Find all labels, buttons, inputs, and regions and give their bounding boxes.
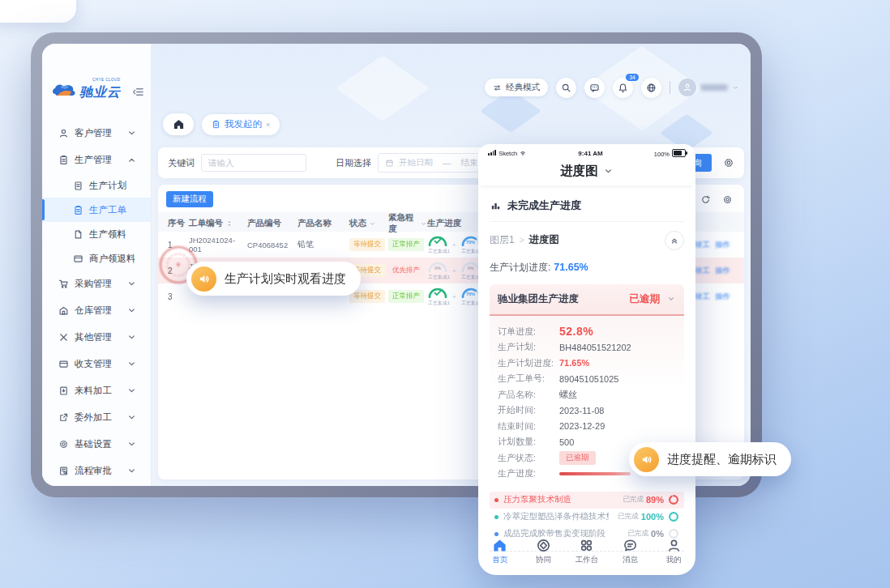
battery-icon bbox=[672, 149, 686, 157]
doc-icon bbox=[212, 120, 220, 129]
sidebar-item-merchant-return[interactable]: 商户领退料 bbox=[42, 246, 151, 271]
sidebar-item-purchase[interactable]: 采购管理 bbox=[42, 271, 151, 297]
search-icon bbox=[561, 83, 571, 93]
table-settings-icon[interactable] bbox=[722, 194, 733, 205]
phone-time: 9:41 AM bbox=[578, 150, 602, 157]
notification-button[interactable]: 34 bbox=[613, 78, 633, 98]
priority-badge: 正常排产 bbox=[388, 238, 424, 251]
refresh-icon[interactable] bbox=[700, 194, 711, 205]
sidebar-item-other[interactable]: 其他管理 bbox=[42, 324, 151, 351]
chevron-up-icon bbox=[126, 155, 137, 165]
phone-status-bar: Sketch 9:41 AM 100% bbox=[478, 144, 695, 158]
logo: CHYE CLOUD 驰业云 bbox=[42, 71, 151, 118]
logo-subtitle: CHYE CLOUD bbox=[92, 78, 121, 82]
signal-icon bbox=[488, 150, 496, 156]
phone-overlay: Sketch 9:41 AM 100% 进度图 未完成生产进度 图层1 > 进度… bbox=[478, 144, 695, 575]
background-card bbox=[0, 0, 76, 23]
globe-icon bbox=[646, 83, 657, 93]
chevron-down-icon[interactable] bbox=[420, 220, 427, 228]
process-item[interactable]: 压力泵聚技术制造 已完成 89% bbox=[490, 492, 684, 509]
priority-badge: 正常排产 bbox=[388, 290, 424, 303]
keyword-input[interactable] bbox=[201, 154, 306, 172]
deco-cube bbox=[336, 55, 430, 121]
sidebar-item-incoming[interactable]: 来料加工 bbox=[42, 377, 151, 404]
nav-home[interactable]: 首页 bbox=[478, 538, 522, 565]
bar-chart-icon bbox=[490, 199, 502, 211]
chevron-down-icon[interactable] bbox=[603, 166, 614, 177]
callout-realtime-progress: 生产计划实时观看进度 bbox=[186, 262, 361, 296]
sidebar-item-work-order[interactable]: 生产工单 bbox=[42, 198, 151, 222]
sidebar-collapse-icon[interactable] bbox=[132, 86, 144, 98]
circular-progress-89 bbox=[668, 494, 679, 505]
speaker-icon bbox=[191, 266, 216, 292]
phone-nav-bar: 首页 协同 工作台 消息 我的 bbox=[478, 534, 695, 575]
chevron-down-icon bbox=[666, 294, 676, 304]
avatar bbox=[678, 79, 696, 96]
sidebar-item-production[interactable]: 生产管理 bbox=[42, 147, 151, 173]
bell-icon bbox=[618, 83, 628, 93]
status-badge: 等待提交 bbox=[349, 290, 385, 303]
plan-progress-line: 生产计划进度:71.65% bbox=[490, 259, 684, 284]
swap-icon bbox=[493, 83, 502, 92]
topbar: 经典模式 34 bbox=[485, 76, 739, 99]
phone-page-title: 进度图 bbox=[478, 158, 695, 185]
sidebar-item-warehouse[interactable]: 仓库管理 bbox=[42, 297, 151, 324]
group-progress-header[interactable]: 驰业集团生产进度 已逾期 bbox=[490, 284, 684, 316]
process-item[interactable]: 冷萃定型塑品泽条件稳技术集验 已完成 100% bbox=[490, 509, 684, 526]
progress-gauge-zero: 0% 工艺集成1 bbox=[427, 260, 448, 281]
speaker-icon bbox=[634, 447, 659, 472]
chevron-down-icon bbox=[732, 84, 739, 92]
sidebar: CHYE CLOUD 驰业云 客户管理 生产管理 生产计划 生产工单 生产领料 … bbox=[42, 44, 152, 486]
tab-bar: 我发起的 × bbox=[163, 113, 280, 135]
nav-mine[interactable]: 我的 bbox=[652, 538, 695, 565]
language-button[interactable] bbox=[641, 78, 661, 98]
user-menu[interactable] bbox=[678, 79, 739, 96]
notification-badge: 34 bbox=[626, 74, 639, 81]
progress-gauge-done: 工艺集成1 bbox=[427, 286, 448, 307]
cloud-logo-icon bbox=[50, 81, 78, 100]
progress-gauge-done: 工艺集成1 bbox=[427, 234, 448, 255]
sort-icon[interactable] bbox=[225, 219, 233, 228]
collapse-button[interactable] bbox=[665, 231, 684, 250]
callout-overdue-alert: 进度提醒、逾期标识 bbox=[629, 442, 791, 476]
filter-settings-icon[interactable] bbox=[723, 157, 734, 168]
keyword-label: 关键词 bbox=[168, 157, 195, 169]
circular-progress-100 bbox=[668, 511, 679, 522]
sidebar-menu: 客户管理 生产管理 生产计划 生产工单 生产领料 商户领退料 采购管理 仓库管理… bbox=[42, 120, 151, 484]
search-button[interactable] bbox=[556, 78, 576, 98]
logo-title: 驰业云 bbox=[79, 84, 121, 101]
sidebar-item-production-plan[interactable]: 生产计划 bbox=[42, 173, 151, 198]
nav-collab[interactable]: 协同 bbox=[522, 538, 566, 565]
sidebar-item-outsourcing[interactable]: 委外加工 bbox=[42, 404, 151, 431]
date-label: 日期选择 bbox=[336, 157, 371, 169]
sidebar-item-customer[interactable]: 客户管理 bbox=[42, 120, 151, 147]
production-progress-bar bbox=[559, 472, 631, 475]
calendar-icon bbox=[385, 159, 394, 168]
nav-messages[interactable]: 消息 bbox=[609, 538, 653, 565]
overdue-badge: 已逾期 bbox=[559, 451, 596, 465]
nav-workbench[interactable]: 工作台 bbox=[565, 538, 609, 565]
wifi-icon bbox=[519, 149, 527, 157]
chat-icon bbox=[589, 83, 600, 93]
priority-badge: 优先排产 bbox=[388, 264, 424, 277]
sidebar-item-material-pick[interactable]: 生产领料 bbox=[42, 222, 151, 246]
home-icon bbox=[173, 118, 185, 130]
sidebar-item-settings[interactable]: 基础设置 bbox=[42, 431, 151, 458]
classic-mode-button[interactable]: 经典模式 bbox=[485, 79, 548, 96]
close-tab-icon[interactable]: × bbox=[266, 121, 270, 129]
chevron-down-icon[interactable] bbox=[369, 220, 376, 228]
sidebar-item-approval[interactable]: 流程审批 bbox=[42, 458, 151, 484]
new-process-button[interactable]: 新建流程 bbox=[166, 191, 213, 207]
sidebar-item-finance[interactable]: 收支管理 bbox=[42, 351, 151, 377]
screenshot-stage: CHYE CLOUD 驰业云 客户管理 生产管理 生产计划 生产工单 生产领料 … bbox=[0, 0, 890, 588]
home-tab-button[interactable] bbox=[163, 113, 194, 135]
overdue-status: 已逾期 bbox=[630, 292, 661, 306]
divider bbox=[670, 81, 670, 94]
breadcrumb: 图层1 > 进度图 bbox=[490, 222, 684, 259]
status-badge: 等待提交 bbox=[349, 238, 385, 251]
message-button[interactable] bbox=[584, 78, 605, 98]
tab-my-initiated[interactable]: 我发起的 × bbox=[202, 114, 280, 135]
chart-section-title: 未完成生产进度 bbox=[490, 194, 684, 222]
chevron-down-icon bbox=[126, 128, 137, 138]
user-name-blurred bbox=[700, 84, 728, 91]
